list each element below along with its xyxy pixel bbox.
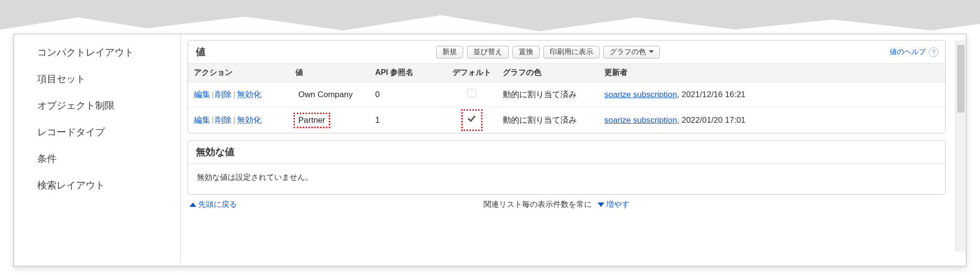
inactive-empty-message: 無効な値は設定されていません。	[188, 163, 945, 194]
highlight-box	[293, 113, 330, 128]
separator: |	[210, 116, 215, 125]
sidebar-item-record-types[interactable]: レコードタイプ	[14, 119, 180, 145]
vertical-scrollbar[interactable]	[955, 40, 966, 251]
replace-button[interactable]: 置換	[512, 46, 540, 58]
content-frame: コンパクトレイアウト 項目セット オブジェクト制限 レコードタイプ 条件 検索レ…	[14, 34, 966, 266]
delete-link[interactable]: 削除	[215, 116, 232, 125]
deactivate-link[interactable]: 無効化	[237, 116, 262, 125]
updated-by-user-link[interactable]: soarize subscription	[604, 116, 677, 125]
values-table: アクション 値 API 参照名 デフォルト グラフの色 更新者 編集|削除|無効…	[188, 63, 945, 133]
col-action: アクション	[188, 64, 290, 82]
chevron-down-icon	[649, 50, 654, 53]
show-more-link[interactable]: 増やす	[596, 200, 629, 210]
sidebar-item-compact-layouts[interactable]: コンパクトレイアウト	[14, 39, 180, 66]
col-api-name: API 参照名	[369, 64, 447, 82]
help-icon[interactable]: ?	[929, 47, 938, 57]
sidebar-item-field-sets[interactable]: 項目セット	[14, 66, 180, 92]
updated-by-user-link[interactable]: soarize subscription	[604, 90, 677, 99]
table-row: 編集|削除|無効化Own Company0動的に割り当て済みsoarize su…	[188, 82, 945, 107]
inactive-section-title: 無効な値	[195, 144, 235, 160]
back-to-top-label: 先頭に戻る	[198, 200, 237, 210]
check-icon	[467, 114, 477, 124]
table-row: 編集|削除|無効化Partner1動的に割り当て済みsoarize subscr…	[188, 107, 945, 133]
separator: |	[210, 90, 215, 99]
show-more-label: 増やす	[606, 200, 629, 210]
chart-color-cell: 動的に割り当て済み	[497, 82, 599, 107]
col-chart-color: グラフの色	[497, 64, 599, 82]
unchecked-box-icon	[468, 89, 476, 98]
inactive-values-card: 無効な値 無効な値は設定されていません。	[188, 140, 946, 195]
col-value: 値	[290, 64, 369, 82]
value-cell: Partner	[295, 115, 328, 126]
api-name-cell: 0	[369, 82, 447, 107]
value-cell: Own Company	[295, 89, 355, 101]
footer-center-text: 関連リスト毎の表示件数を常に 増やす	[237, 200, 876, 210]
caret-up-icon	[190, 203, 196, 207]
scrollbar-thumb[interactable]	[957, 45, 965, 113]
separator: |	[232, 90, 236, 99]
values-section-title: 値	[195, 43, 206, 60]
chart-color-dropdown-label: グラフの色	[610, 47, 646, 57]
api-name-cell: 1	[369, 107, 447, 133]
separator: |	[232, 116, 236, 125]
related-list-footer: 先頭に戻る 関連リスト毎の表示件数を常に 増やす	[188, 195, 946, 211]
updated-at-text: , 2022/01/20 17:01	[677, 116, 746, 125]
caret-down-icon	[598, 203, 604, 207]
new-button[interactable]: 新規	[436, 46, 463, 58]
values-help-link[interactable]: 値のヘルプ	[890, 47, 926, 57]
reorder-button[interactable]: 並び替え	[467, 46, 509, 58]
updated-at-text: , 2021/12/16 16:21	[677, 90, 746, 99]
values-toolbar: 新規 並び替え 置換 印刷用に表示 グラフの色	[206, 46, 890, 58]
col-updated-by: 更新者	[599, 64, 945, 82]
edit-link[interactable]: 編集	[194, 90, 210, 99]
chart-color-cell: 動的に割り当て済み	[497, 107, 599, 133]
sidebar-item-object-limits[interactable]: オブジェクト制限	[14, 92, 180, 119]
sidebar: コンパクトレイアウト 項目セット オブジェクト制限 レコードタイプ 条件 検索レ…	[14, 34, 181, 266]
values-card: 値 新規 並び替え 置換 印刷用に表示 グラフの色 値の	[188, 40, 946, 133]
printable-view-button[interactable]: 印刷用に表示	[543, 46, 600, 58]
delete-link[interactable]: 削除	[215, 90, 232, 99]
sidebar-item-search-layouts[interactable]: 検索レイアウト	[14, 172, 180, 199]
back-to-top-link[interactable]: 先頭に戻る	[190, 200, 237, 210]
sidebar-item-conditions[interactable]: 条件	[14, 145, 180, 172]
deactivate-link[interactable]: 無効化	[237, 90, 262, 99]
edit-link[interactable]: 編集	[194, 116, 210, 125]
chart-color-dropdown[interactable]: グラフの色	[603, 46, 660, 58]
col-default: デフォルト	[447, 64, 497, 82]
main-panel: 値 新規 並び替え 置換 印刷用に表示 グラフの色 値の	[181, 34, 966, 266]
